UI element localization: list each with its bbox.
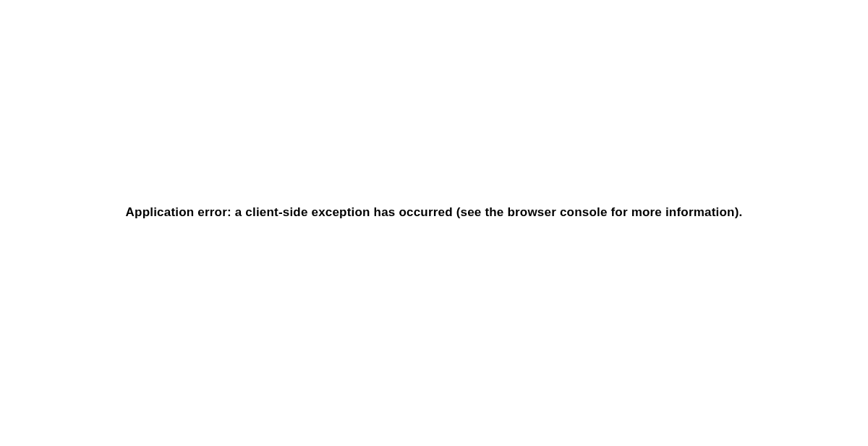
error-container: Application error: a client-side excepti… — [0, 0, 868, 446]
error-message: Application error: a client-side excepti… — [126, 205, 743, 220]
